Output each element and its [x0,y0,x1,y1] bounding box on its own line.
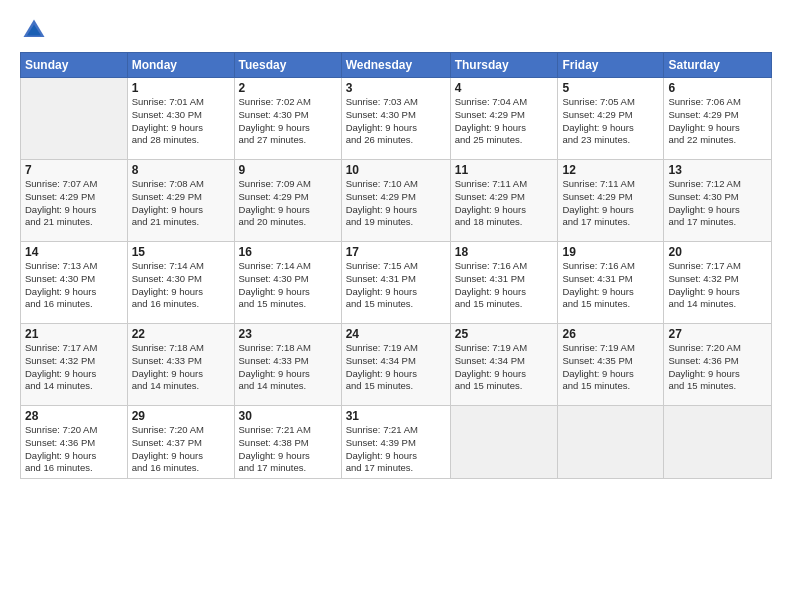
day-number: 6 [668,81,767,95]
calendar-cell: 6Sunrise: 7:06 AMSunset: 4:29 PMDaylight… [664,78,772,160]
day-number: 18 [455,245,554,259]
calendar-week-1: 1Sunrise: 7:01 AMSunset: 4:30 PMDaylight… [21,78,772,160]
calendar-cell: 31Sunrise: 7:21 AMSunset: 4:39 PMDayligh… [341,406,450,479]
day-number: 2 [239,81,337,95]
calendar-cell: 11Sunrise: 7:11 AMSunset: 4:29 PMDayligh… [450,160,558,242]
calendar-cell: 18Sunrise: 7:16 AMSunset: 4:31 PMDayligh… [450,242,558,324]
calendar-cell: 19Sunrise: 7:16 AMSunset: 4:31 PMDayligh… [558,242,664,324]
day-info: Sunrise: 7:20 AMSunset: 4:37 PMDaylight:… [132,424,230,475]
day-info: Sunrise: 7:09 AMSunset: 4:29 PMDaylight:… [239,178,337,229]
weekday-header-tuesday: Tuesday [234,53,341,78]
day-number: 23 [239,327,337,341]
day-info: Sunrise: 7:16 AMSunset: 4:31 PMDaylight:… [562,260,659,311]
day-number: 13 [668,163,767,177]
calendar-cell: 26Sunrise: 7:19 AMSunset: 4:35 PMDayligh… [558,324,664,406]
calendar-cell: 15Sunrise: 7:14 AMSunset: 4:30 PMDayligh… [127,242,234,324]
day-number: 5 [562,81,659,95]
day-info: Sunrise: 7:16 AMSunset: 4:31 PMDaylight:… [455,260,554,311]
weekday-header-monday: Monday [127,53,234,78]
calendar-cell: 24Sunrise: 7:19 AMSunset: 4:34 PMDayligh… [341,324,450,406]
day-info: Sunrise: 7:17 AMSunset: 4:32 PMDaylight:… [668,260,767,311]
calendar-cell: 17Sunrise: 7:15 AMSunset: 4:31 PMDayligh… [341,242,450,324]
calendar: SundayMondayTuesdayWednesdayThursdayFrid… [20,52,772,479]
day-info: Sunrise: 7:01 AMSunset: 4:30 PMDaylight:… [132,96,230,147]
logo-icon [20,16,48,44]
page: SundayMondayTuesdayWednesdayThursdayFrid… [0,0,792,612]
day-info: Sunrise: 7:10 AMSunset: 4:29 PMDaylight:… [346,178,446,229]
calendar-cell [21,78,128,160]
day-number: 20 [668,245,767,259]
day-info: Sunrise: 7:20 AMSunset: 4:36 PMDaylight:… [668,342,767,393]
day-number: 22 [132,327,230,341]
day-number: 11 [455,163,554,177]
day-number: 30 [239,409,337,423]
day-info: Sunrise: 7:18 AMSunset: 4:33 PMDaylight:… [132,342,230,393]
day-info: Sunrise: 7:19 AMSunset: 4:34 PMDaylight:… [455,342,554,393]
calendar-cell: 25Sunrise: 7:19 AMSunset: 4:34 PMDayligh… [450,324,558,406]
day-info: Sunrise: 7:20 AMSunset: 4:36 PMDaylight:… [25,424,123,475]
calendar-cell: 8Sunrise: 7:08 AMSunset: 4:29 PMDaylight… [127,160,234,242]
calendar-cell: 4Sunrise: 7:04 AMSunset: 4:29 PMDaylight… [450,78,558,160]
day-info: Sunrise: 7:08 AMSunset: 4:29 PMDaylight:… [132,178,230,229]
calendar-week-5: 28Sunrise: 7:20 AMSunset: 4:36 PMDayligh… [21,406,772,479]
logo [20,16,50,44]
day-number: 25 [455,327,554,341]
calendar-cell: 28Sunrise: 7:20 AMSunset: 4:36 PMDayligh… [21,406,128,479]
calendar-cell: 1Sunrise: 7:01 AMSunset: 4:30 PMDaylight… [127,78,234,160]
weekday-header-wednesday: Wednesday [341,53,450,78]
day-number: 28 [25,409,123,423]
day-info: Sunrise: 7:21 AMSunset: 4:39 PMDaylight:… [346,424,446,475]
day-number: 26 [562,327,659,341]
calendar-cell: 14Sunrise: 7:13 AMSunset: 4:30 PMDayligh… [21,242,128,324]
calendar-cell [450,406,558,479]
day-info: Sunrise: 7:19 AMSunset: 4:34 PMDaylight:… [346,342,446,393]
calendar-cell: 3Sunrise: 7:03 AMSunset: 4:30 PMDaylight… [341,78,450,160]
day-info: Sunrise: 7:03 AMSunset: 4:30 PMDaylight:… [346,96,446,147]
day-number: 7 [25,163,123,177]
calendar-cell: 27Sunrise: 7:20 AMSunset: 4:36 PMDayligh… [664,324,772,406]
calendar-cell: 22Sunrise: 7:18 AMSunset: 4:33 PMDayligh… [127,324,234,406]
weekday-header-thursday: Thursday [450,53,558,78]
day-number: 8 [132,163,230,177]
calendar-cell: 20Sunrise: 7:17 AMSunset: 4:32 PMDayligh… [664,242,772,324]
calendar-cell: 30Sunrise: 7:21 AMSunset: 4:38 PMDayligh… [234,406,341,479]
day-number: 1 [132,81,230,95]
day-info: Sunrise: 7:11 AMSunset: 4:29 PMDaylight:… [455,178,554,229]
day-info: Sunrise: 7:18 AMSunset: 4:33 PMDaylight:… [239,342,337,393]
calendar-cell: 21Sunrise: 7:17 AMSunset: 4:32 PMDayligh… [21,324,128,406]
day-number: 17 [346,245,446,259]
calendar-cell: 23Sunrise: 7:18 AMSunset: 4:33 PMDayligh… [234,324,341,406]
day-number: 3 [346,81,446,95]
day-number: 27 [668,327,767,341]
weekday-header-saturday: Saturday [664,53,772,78]
calendar-cell: 5Sunrise: 7:05 AMSunset: 4:29 PMDaylight… [558,78,664,160]
day-number: 10 [346,163,446,177]
day-number: 24 [346,327,446,341]
day-info: Sunrise: 7:02 AMSunset: 4:30 PMDaylight:… [239,96,337,147]
day-info: Sunrise: 7:11 AMSunset: 4:29 PMDaylight:… [562,178,659,229]
day-info: Sunrise: 7:07 AMSunset: 4:29 PMDaylight:… [25,178,123,229]
calendar-week-2: 7Sunrise: 7:07 AMSunset: 4:29 PMDaylight… [21,160,772,242]
day-info: Sunrise: 7:12 AMSunset: 4:30 PMDaylight:… [668,178,767,229]
day-info: Sunrise: 7:21 AMSunset: 4:38 PMDaylight:… [239,424,337,475]
day-info: Sunrise: 7:14 AMSunset: 4:30 PMDaylight:… [239,260,337,311]
day-info: Sunrise: 7:15 AMSunset: 4:31 PMDaylight:… [346,260,446,311]
calendar-cell [664,406,772,479]
day-number: 14 [25,245,123,259]
day-info: Sunrise: 7:14 AMSunset: 4:30 PMDaylight:… [132,260,230,311]
day-number: 15 [132,245,230,259]
calendar-cell [558,406,664,479]
day-info: Sunrise: 7:06 AMSunset: 4:29 PMDaylight:… [668,96,767,147]
day-number: 4 [455,81,554,95]
header [20,16,772,44]
day-number: 21 [25,327,123,341]
day-number: 9 [239,163,337,177]
calendar-cell: 9Sunrise: 7:09 AMSunset: 4:29 PMDaylight… [234,160,341,242]
calendar-cell: 16Sunrise: 7:14 AMSunset: 4:30 PMDayligh… [234,242,341,324]
day-number: 12 [562,163,659,177]
calendar-cell: 10Sunrise: 7:10 AMSunset: 4:29 PMDayligh… [341,160,450,242]
calendar-cell: 29Sunrise: 7:20 AMSunset: 4:37 PMDayligh… [127,406,234,479]
day-number: 19 [562,245,659,259]
day-info: Sunrise: 7:19 AMSunset: 4:35 PMDaylight:… [562,342,659,393]
day-info: Sunrise: 7:17 AMSunset: 4:32 PMDaylight:… [25,342,123,393]
